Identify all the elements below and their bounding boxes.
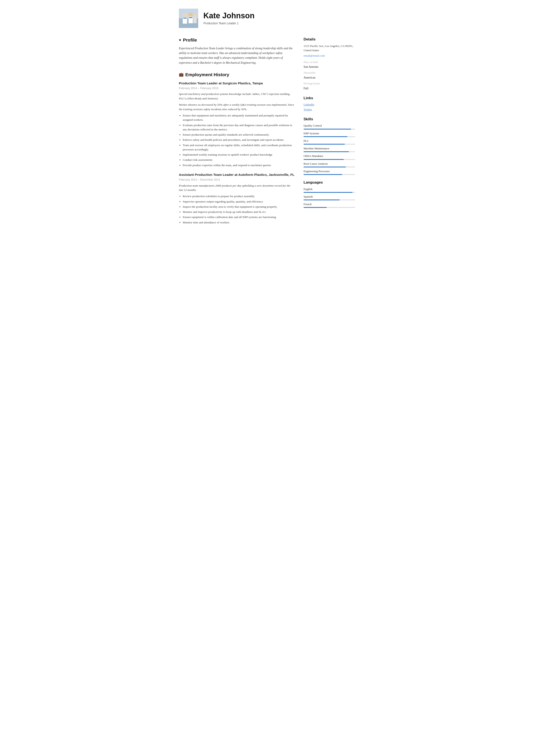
list-item: Ensure equipment is within calibration d… bbox=[183, 215, 295, 219]
profile-icon: ● bbox=[179, 37, 181, 43]
nationality-label: Nationality bbox=[304, 71, 355, 75]
details-section: Details 1515 Pacific Ave, Los Angeles, C… bbox=[304, 37, 355, 91]
job-2: Assistant Production Team Leader at Auto… bbox=[179, 172, 295, 225]
list-item: Provide product expertise within the tea… bbox=[183, 163, 295, 167]
skill-bar-fill bbox=[304, 136, 347, 137]
list-item: Review production schedules to prepare f… bbox=[183, 194, 295, 199]
skill-bar-fill bbox=[304, 159, 344, 160]
employment-title: 💼 Employment History bbox=[179, 71, 295, 78]
job-1-dates: February 2014 – February 2019 bbox=[179, 86, 295, 91]
list-item: Ensure production quotas and quality sta… bbox=[183, 133, 295, 137]
skill-bar-fill bbox=[304, 129, 351, 129]
resume-header: Kate Johnson Production Team Leader 1 bbox=[179, 9, 355, 30]
skill-erp: ERP Systems bbox=[304, 131, 355, 137]
list-item: Inspect the production facility area to … bbox=[183, 205, 295, 209]
details-title: Details bbox=[304, 37, 355, 42]
svg-point-5 bbox=[189, 13, 193, 17]
skill-machine-maintenance: Machine Maintenance bbox=[304, 146, 355, 152]
skill-bar-bg bbox=[304, 136, 355, 137]
job-2-title: Assistant Production Team Leader at Auto… bbox=[179, 172, 295, 177]
skill-plc: PLC bbox=[304, 139, 355, 145]
lang-bar-bg bbox=[304, 207, 355, 208]
skill-bar-bg bbox=[304, 174, 355, 175]
details-address: 1515 Pacific Ave, Los Angeles, CA 90291,… bbox=[304, 44, 355, 53]
employment-section: 💼 Employment History Production Team Lea… bbox=[179, 71, 295, 225]
skill-bar-fill bbox=[304, 144, 345, 145]
job-1-title: Production Team Leader at Surgicon Plast… bbox=[179, 81, 295, 86]
nationality-value: American bbox=[304, 75, 355, 80]
lang-bar-bg bbox=[304, 192, 355, 193]
candidate-name: Kate Johnson bbox=[203, 11, 255, 20]
job-1-desc1: Special machinery and production systems… bbox=[179, 92, 295, 101]
skill-bar-bg bbox=[304, 151, 355, 152]
list-item: Monitor time and attendance of workers bbox=[183, 220, 295, 225]
list-item: Implemented weekly training sessions to … bbox=[183, 152, 295, 157]
side-column: Details 1515 Pacific Ave, Los Angeles, C… bbox=[304, 37, 355, 231]
link-linkedin[interactable]: LinkedIn bbox=[304, 102, 355, 107]
job-2-bullets: Review production schedules to prepare f… bbox=[183, 194, 295, 225]
skills-section: Skills Quality Control ERP Systems PLC M… bbox=[304, 117, 355, 175]
list-item: Enforce safety and health policies and p… bbox=[183, 138, 295, 142]
svg-rect-4 bbox=[183, 18, 187, 18]
employment-icon: 💼 bbox=[179, 72, 184, 77]
lang-bar-fill bbox=[304, 200, 340, 200]
list-item: Monitor and improve productivity to keep… bbox=[183, 210, 295, 214]
lang-spanish: Spanish bbox=[304, 195, 355, 200]
main-column: ● Profile Experienced Production Team Le… bbox=[179, 37, 295, 231]
lang-bar-fill bbox=[304, 192, 353, 193]
links-section: Links LinkedIn Twitter bbox=[304, 95, 355, 112]
details-email: email@email.com bbox=[304, 54, 355, 58]
driving-label: Driving license bbox=[304, 82, 355, 86]
list-item: Evaluate production rates from the previ… bbox=[183, 123, 295, 132]
skill-bar-bg bbox=[304, 167, 355, 167]
svg-point-8 bbox=[193, 14, 197, 17]
lang-french: French bbox=[304, 202, 355, 208]
lang-english: English bbox=[304, 187, 355, 193]
skill-bar-fill bbox=[304, 174, 342, 175]
lang-bar-bg bbox=[304, 200, 355, 200]
avatar bbox=[179, 9, 198, 28]
skill-root-cause: Root Cause Analysis bbox=[304, 162, 355, 167]
skill-engineering-processes: Engineering Processes bbox=[304, 169, 355, 175]
svg-rect-7 bbox=[189, 17, 192, 18]
languages-title: Languages bbox=[304, 180, 355, 185]
skill-quality-control: Quality Control bbox=[304, 123, 355, 129]
skill-bar-bg bbox=[304, 144, 355, 145]
candidate-title: Production Team Leader 1 bbox=[203, 21, 255, 26]
list-item: Ensure that equipment and machinery are … bbox=[183, 113, 295, 122]
job-2-desc1: Production team manufactures 2000 produc… bbox=[179, 183, 295, 193]
list-item: Train and oversee all employees on regul… bbox=[183, 143, 295, 152]
job-2-dates: February 2013 – December 2014 bbox=[179, 177, 295, 182]
svg-rect-9 bbox=[193, 17, 197, 23]
profile-title: ● Profile bbox=[179, 37, 295, 43]
pob-value: San Antonio bbox=[304, 65, 355, 69]
job-1: Production Team Leader at Surgicon Plast… bbox=[179, 81, 295, 167]
svg-point-2 bbox=[183, 13, 187, 17]
job-1-bullets: Ensure that equipment and machinery are … bbox=[183, 113, 295, 167]
list-item: Supervise operators output regarding qua… bbox=[183, 200, 295, 204]
profile-text: Experienced Production Team Leader bring… bbox=[179, 46, 295, 66]
skills-title: Skills bbox=[304, 117, 355, 122]
link-twitter[interactable]: Twitter bbox=[304, 107, 355, 112]
job-1-desc2: Worker absence as decreased by 50% after… bbox=[179, 103, 295, 112]
profile-section: ● Profile Experienced Production Team Le… bbox=[179, 37, 295, 65]
skill-bar-fill bbox=[304, 151, 349, 152]
languages-section: Languages English Spanish French bbox=[304, 180, 355, 208]
skill-ohsa: OHSA Mandates bbox=[304, 154, 355, 160]
skill-bar-bg bbox=[304, 159, 355, 160]
skill-bar-bg bbox=[304, 129, 355, 129]
pob-label: Place of birth bbox=[304, 60, 355, 64]
driving-value: Full bbox=[304, 86, 355, 91]
skill-bar-fill bbox=[304, 167, 346, 167]
links-title: Links bbox=[304, 95, 355, 101]
list-item: Conduct risk assessments bbox=[183, 158, 295, 162]
lang-bar-fill bbox=[304, 207, 327, 208]
